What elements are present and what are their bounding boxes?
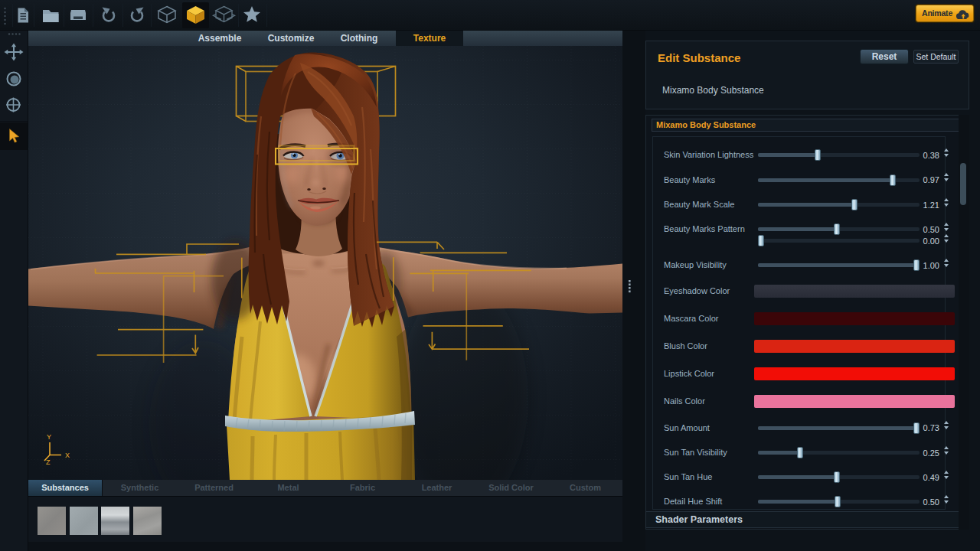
svg-text:X: X <box>65 452 70 459</box>
svg-text:Z: Z <box>46 458 51 466</box>
svg-text:Y: Y <box>47 433 51 441</box>
